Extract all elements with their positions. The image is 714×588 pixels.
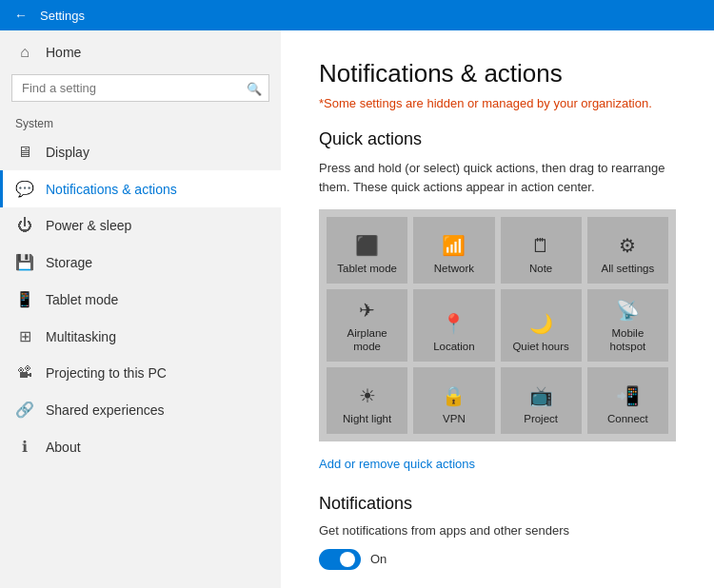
quick-actions-title: Quick actions <box>319 129 676 149</box>
quiet-hours-icon: 🌙 <box>529 312 553 335</box>
power-icon: ⏻ <box>15 217 34 234</box>
qa-tile-mobile-hotspot[interactable]: 📡 Mobile hotspot <box>587 289 668 362</box>
titlebar-title: Settings <box>40 9 85 23</box>
note-icon: 🗒 <box>531 235 550 257</box>
sidebar-item-label: Display <box>46 145 89 160</box>
notifications-desc: Get notifications from apps and other se… <box>319 523 676 538</box>
sidebar-item-label: Multitasking <box>46 329 116 344</box>
org-warning: *Some settings are hidden or managed by … <box>319 96 676 110</box>
main-content: ⌂ Home 🔍 System 🖥 Display 💬 Notification… <box>0 30 714 588</box>
page-title: Notifications & actions <box>319 59 676 88</box>
qa-label-note: Note <box>529 263 552 276</box>
qa-tile-quiet-hours[interactable]: 🌙 Quiet hours <box>501 289 582 362</box>
qa-label-mobile-hotspot: Mobile hotspot <box>593 327 663 354</box>
quick-actions-desc: Press and hold (or select) quick actions… <box>319 159 676 196</box>
qa-tile-location[interactable]: 📍 Location <box>413 289 494 362</box>
qa-tile-night-light[interactable]: ☀ Night light <box>327 367 407 434</box>
location-icon: 📍 <box>442 312 466 335</box>
tablet-icon: 📱 <box>15 290 34 308</box>
sidebar-item-storage[interactable]: 💾 Storage <box>0 244 281 281</box>
qa-label-project: Project <box>524 413 558 426</box>
sidebar-item-home[interactable]: ⌂ Home <box>0 30 281 74</box>
qa-label-night-light: Night light <box>343 413 391 426</box>
projecting-icon: 📽 <box>15 364 34 382</box>
tablet-mode-icon: ⬛ <box>355 234 379 257</box>
sidebar-item-label: Projecting to this PC <box>46 365 167 381</box>
sidebar-item-power[interactable]: ⏻ Power & sleep <box>0 207 281 244</box>
toggle-track <box>319 549 361 570</box>
qa-tile-network[interactable]: 📶 Network <box>413 217 494 284</box>
sidebar-item-label: Storage <box>46 255 92 270</box>
toggle-label: On <box>370 552 387 566</box>
qa-label-location: Location <box>433 341 474 354</box>
qa-tile-vpn[interactable]: 🔒 VPN <box>413 367 494 434</box>
toggle-thumb <box>340 552 355 567</box>
sidebar-item-projecting[interactable]: 📽 Projecting to this PC <box>0 355 281 391</box>
multitasking-icon: ⊞ <box>15 327 34 345</box>
sidebar-item-label: Tablet mode <box>46 292 118 307</box>
notifications-toggle[interactable] <box>319 549 361 570</box>
airplane-mode-icon: ✈ <box>359 299 375 322</box>
project-icon: 📺 <box>529 384 553 407</box>
sidebar-item-tablet[interactable]: 📱 Tablet mode <box>0 281 281 318</box>
sidebar-search-container: 🔍 <box>11 74 269 102</box>
home-icon: ⌂ <box>15 44 34 61</box>
sidebar-item-multitasking[interactable]: ⊞ Multitasking <box>0 318 281 355</box>
qa-label-tablet-mode: Tablet mode <box>337 263 397 276</box>
mobile-hotspot-icon: 📡 <box>616 299 640 322</box>
notifications-icon: 💬 <box>15 180 34 198</box>
vpn-icon: 🔒 <box>442 384 466 407</box>
all-settings-icon: ⚙ <box>619 234 636 257</box>
network-icon: 📶 <box>442 234 466 257</box>
sidebar-item-label: About <box>46 440 81 455</box>
sidebar-item-label: Power & sleep <box>46 218 131 233</box>
qa-tile-project[interactable]: 📺 Project <box>501 367 582 434</box>
sidebar-section-label: System <box>0 109 281 134</box>
sidebar-home-label: Home <box>46 45 81 60</box>
search-input[interactable] <box>11 74 269 102</box>
qa-tile-tablet-mode[interactable]: ⬛ Tablet mode <box>327 217 407 284</box>
shared-icon: 🔗 <box>15 401 34 419</box>
sidebar-item-label: Notifications & actions <box>46 182 177 197</box>
right-panel: Notifications & actions *Some settings a… <box>281 30 714 588</box>
sidebar-item-notifications[interactable]: 💬 Notifications & actions <box>0 170 281 207</box>
qa-label-all-settings: All settings <box>602 263 655 276</box>
qa-tile-airplane-mode[interactable]: ✈ Airplane mode <box>327 289 407 362</box>
sidebar-item-about[interactable]: ℹ About <box>0 428 281 465</box>
night-light-icon: ☀ <box>359 384 376 407</box>
qa-tile-connect[interactable]: 📲 Connect <box>587 367 668 434</box>
display-icon: 🖥 <box>15 144 34 161</box>
sidebar-item-shared[interactable]: 🔗 Shared experiences <box>0 391 281 428</box>
qa-label-connect: Connect <box>607 413 648 426</box>
search-icon: 🔍 <box>247 81 262 95</box>
storage-icon: 💾 <box>15 253 34 271</box>
back-button[interactable]: ← <box>10 4 32 27</box>
sidebar-item-display[interactable]: 🖥 Display <box>0 134 281 170</box>
connect-icon: 📲 <box>616 384 640 407</box>
about-icon: ℹ <box>15 438 34 456</box>
qa-tile-all-settings[interactable]: ⚙ All settings <box>587 217 668 284</box>
sidebar-item-label: Shared experiences <box>46 402 165 418</box>
qa-label-airplane-mode: Airplane mode <box>332 327 402 354</box>
qa-label-network: Network <box>434 263 474 276</box>
notifications-title: Notifications <box>319 494 676 514</box>
sidebar: ⌂ Home 🔍 System 🖥 Display 💬 Notification… <box>0 30 281 588</box>
qa-label-quiet-hours: Quiet hours <box>512 341 568 354</box>
qa-label-vpn: VPN <box>443 413 466 426</box>
quick-actions-grid: ⬛ Tablet mode 📶 Network 🗒 Note ⚙ All set… <box>319 209 676 441</box>
toggle-row: On <box>319 549 676 570</box>
qa-tile-note[interactable]: 🗒 Note <box>501 217 582 284</box>
titlebar: ← Settings <box>0 0 714 30</box>
add-remove-link[interactable]: Add or remove quick actions <box>319 457 475 471</box>
